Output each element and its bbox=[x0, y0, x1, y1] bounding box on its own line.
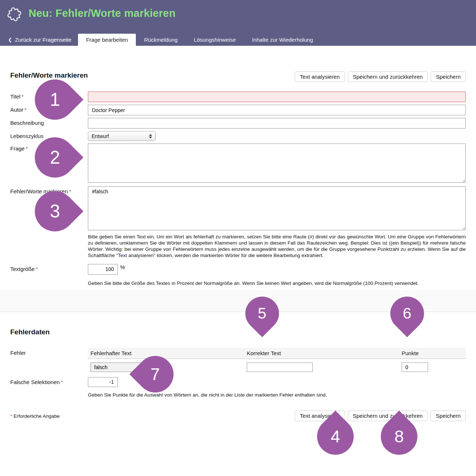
back-to-question-page-link[interactable]: ❮ Zurück zur Fragenseite bbox=[7, 34, 78, 46]
titel-label: Titel bbox=[10, 93, 21, 100]
top-action-buttons: Text analysieren Speichern und zurückkeh… bbox=[295, 71, 466, 82]
form-title: Fehler/Worte markieren bbox=[10, 71, 88, 79]
row-autor: Autor* bbox=[10, 105, 466, 115]
column-punkte: Punkte bbox=[399, 350, 466, 356]
lebenszyklus-label: Lebenszyklus bbox=[10, 133, 44, 139]
fehler-label: Fehler bbox=[10, 350, 26, 356]
required-note: * Erforderliche Angabe bbox=[10, 410, 60, 419]
row-fehler-table: Fehler Fehlerhafter Text Korrekter Text … bbox=[10, 348, 466, 372]
falsche-selektionen-input[interactable] bbox=[88, 377, 118, 387]
select-stepper-icon bbox=[149, 134, 152, 138]
required-asterisk: * bbox=[26, 145, 28, 152]
required-asterisk: * bbox=[36, 266, 38, 272]
save-and-return-button-top[interactable]: Speichern und zurückkehren bbox=[348, 71, 428, 82]
app-header: Neu: Fehler/Worte markieren ❮ Zurück zur… bbox=[0, 0, 476, 46]
textgroesse-input[interactable] bbox=[88, 264, 118, 275]
textgroesse-help-text: Geben Sie bitte die Größe des Textes in … bbox=[88, 280, 466, 286]
row-beschreibung: Beschreibung bbox=[10, 118, 466, 129]
required-asterisk: * bbox=[10, 413, 12, 419]
save-button-bottom[interactable]: Speichern bbox=[431, 410, 466, 421]
row-frage: Frage* bbox=[10, 144, 466, 183]
analyze-text-button-top[interactable]: Text analysieren bbox=[295, 71, 345, 82]
frage-textarea[interactable] bbox=[88, 144, 466, 183]
beschreibung-input[interactable] bbox=[88, 118, 466, 129]
bottom-action-buttons: Text analysieren Speichern und zurückkeh… bbox=[295, 410, 466, 421]
textgroesse-label-wrap: Textgröße* bbox=[10, 264, 88, 286]
form-header: Fehler/Worte markieren Text analysieren … bbox=[10, 46, 466, 82]
percent-suffix: % bbox=[120, 264, 125, 270]
required-asterisk: * bbox=[61, 379, 63, 385]
column-korrekter-text: Korrekter Text bbox=[244, 350, 399, 356]
save-button-top[interactable]: Speichern bbox=[431, 71, 466, 82]
falsche-selektionen-help-text: Geben Sie Punkte für die Auswahl von Wör… bbox=[88, 392, 466, 398]
tab-frage-bearbeiten[interactable]: Frage bearbeiten bbox=[78, 34, 136, 46]
back-link-label: Zurück zur Fragenseite bbox=[15, 34, 71, 46]
frage-label: Frage bbox=[10, 145, 25, 152]
tab-loesungshinweise[interactable]: Lösungshinweise bbox=[186, 34, 244, 46]
punkte-input[interactable] bbox=[402, 362, 428, 372]
tab-bar: ❮ Zurück zur Fragenseite Frage bearbeite… bbox=[7, 34, 321, 46]
row-fehler-worte: Fehler/Worte markieren* #falsch Bitte ge… bbox=[10, 186, 466, 259]
fehler-table-header: Fehlerhafter Text Korrekter Text Punkte bbox=[88, 348, 466, 359]
beschreibung-label: Beschreibung bbox=[10, 120, 44, 126]
chevron-left-icon: ❮ bbox=[8, 34, 12, 46]
header-brand: Neu: Fehler/Worte markieren bbox=[7, 5, 175, 21]
autor-input[interactable] bbox=[88, 105, 466, 115]
column-fehlerhafter-text: Fehlerhafter Text bbox=[88, 350, 244, 356]
row-textgroesse: Textgröße* % Geben Sie bitte die Größe d… bbox=[10, 264, 466, 286]
required-asterisk: * bbox=[25, 107, 27, 113]
falsche-selektionen-label: Falsche Selektionen bbox=[10, 379, 60, 385]
required-asterisk: * bbox=[22, 93, 24, 100]
lebenszyklus-selected-value: Entwurf bbox=[92, 133, 109, 139]
fehlerdaten-title: Fehlerdaten bbox=[10, 328, 466, 336]
autor-label: Autor bbox=[10, 107, 23, 113]
required-asterisk: * bbox=[69, 188, 71, 194]
tab-inhalte-zur-wiederholung[interactable]: Inhalte zur Wiederholung bbox=[244, 34, 321, 46]
required-note-label: Erforderliche Angabe bbox=[14, 413, 60, 419]
row-lebenszyklus: Lebenszyklus Entwurf bbox=[10, 131, 466, 141]
row-falsche-selektionen: Falsche Selektionen* Geben Sie Punkte fü… bbox=[10, 377, 466, 398]
tab-rueckmeldung[interactable]: Rückmeldung bbox=[136, 34, 186, 46]
fehler-worte-help-text: Bitte geben Sie einen Text ein. Um ein W… bbox=[88, 234, 466, 259]
korrekter-text-input[interactable] bbox=[247, 362, 313, 372]
lebenszyklus-select[interactable]: Entwurf bbox=[88, 131, 156, 141]
falsche-selektionen-label-wrap: Falsche Selektionen* bbox=[10, 377, 88, 398]
titel-input[interactable] bbox=[88, 92, 466, 102]
page-title: Neu: Fehler/Worte markieren bbox=[29, 7, 175, 19]
textgroesse-label: Textgröße bbox=[10, 266, 35, 272]
save-and-return-button-bottom[interactable]: Speichern und zurückkehren bbox=[348, 410, 428, 421]
fehler-worte-textarea[interactable]: #falsch bbox=[88, 186, 466, 230]
puzzle-icon bbox=[7, 5, 23, 21]
